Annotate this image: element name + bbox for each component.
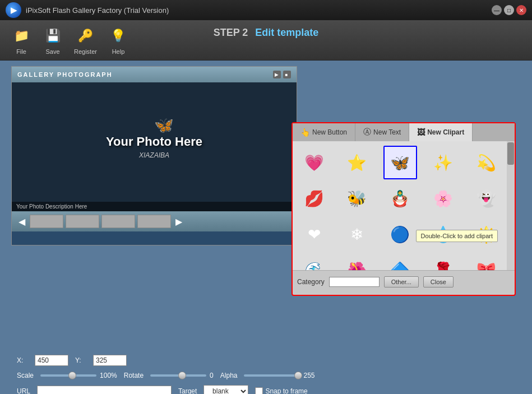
toolbar: 📁 File 💾 Save 🔑 Register 💡 Help STEP 2 E… xyxy=(0,20,532,61)
clipart-item[interactable]: ❤ xyxy=(297,217,331,251)
tab-new-clipart-label: New Clipart xyxy=(427,128,464,136)
preview-controls: ▶ ■ xyxy=(273,71,291,78)
clipart-item[interactable]: 🔵 xyxy=(383,217,417,251)
clipart-item[interactable]: 👻 xyxy=(469,182,503,215)
clipart-item[interactable]: 🌹 xyxy=(426,253,460,270)
title-text: iPixSoft Flash Gallery Factory (Trial Ve… xyxy=(26,6,169,15)
window-controls: — □ ✕ xyxy=(492,5,526,15)
snap-to-frame-label: Snap to frame xyxy=(255,387,307,394)
file-label: File xyxy=(16,48,26,55)
properties-area: X: Y: Scale 100% Rotate 0 Alpha 255 URL xyxy=(0,349,532,394)
tooltip-text: Double-Click to add clipart xyxy=(421,233,493,239)
scroll-thumb[interactable] xyxy=(507,142,514,165)
close-button[interactable]: Close xyxy=(423,276,454,288)
y-label: Y: xyxy=(75,356,86,364)
file-button[interactable]: 📁 File xyxy=(11,26,31,55)
snap-to-frame-checkbox[interactable] xyxy=(255,387,263,394)
clipart-item[interactable]: 🎀 xyxy=(469,253,503,270)
clipart-item[interactable]: 🌺 xyxy=(340,253,374,270)
step-number: STEP 2 xyxy=(214,27,248,38)
clipart-item[interactable]: 💋 xyxy=(297,182,331,215)
file-icon: 📁 xyxy=(11,26,31,46)
save-button[interactable]: 💾 Save xyxy=(43,26,63,55)
tab-new-text-label: New Text xyxy=(373,128,401,136)
alpha-slider-container: 255 xyxy=(244,372,314,379)
play-button[interactable]: ▶ xyxy=(273,71,281,78)
preview-photo-text: Your Photo Here xyxy=(106,135,202,149)
x-input[interactable] xyxy=(35,355,68,366)
close-button[interactable]: ✕ xyxy=(516,5,526,15)
other-button[interactable]: Other... xyxy=(384,276,419,288)
clipart-item[interactable]: ✨ xyxy=(426,146,460,179)
minimize-button[interactable]: — xyxy=(492,5,502,15)
clipart-panel: 👆 New Button Ⓐ New Text 🖼 New Clipart 💗⭐… xyxy=(292,122,516,296)
thumb-2 xyxy=(66,215,99,228)
preview-area: GALLERY PHOTOGRAPH ▶ ■ 🦋 Your Photo Here… xyxy=(11,66,297,245)
save-icon: 💾 xyxy=(43,26,63,46)
register-icon: 🔑 xyxy=(75,26,95,46)
tab-new-text[interactable]: Ⓐ New Text xyxy=(355,123,409,141)
help-icon: 💡 xyxy=(108,26,128,46)
title-bar: ▶ iPixSoft Flash Gallery Factory (Trial … xyxy=(0,0,532,20)
y-input[interactable] xyxy=(93,355,127,366)
clipart-item[interactable]: 🐝 xyxy=(340,182,374,215)
clipart-tabs: 👆 New Button Ⓐ New Text 🖼 New Clipart xyxy=(293,123,515,141)
step-title: Edit template xyxy=(255,27,318,38)
tab-new-button[interactable]: 👆 New Button xyxy=(293,123,355,141)
clipart-item[interactable]: 🌸 xyxy=(426,182,460,215)
target-select[interactable]: _blank _self _parent xyxy=(203,385,248,394)
category-label: Category xyxy=(297,278,325,286)
save-label: Save xyxy=(45,48,59,55)
prev-arrow[interactable]: ◀ xyxy=(16,216,27,227)
help-button[interactable]: 💡 Help xyxy=(108,26,128,55)
clipart-scrollbar[interactable] xyxy=(507,141,515,270)
new-button-icon: 👆 xyxy=(300,128,310,137)
tab-new-button-label: New Button xyxy=(312,128,347,136)
rotate-value: 0 xyxy=(210,372,214,379)
step-label: STEP 2 Edit template xyxy=(214,27,319,39)
clipart-grid: 💗⭐🦋✨💫💋🐝🪆🌸👻❤❄🔵💧🌟🌊🌺🔷🌹🎀 xyxy=(293,141,515,270)
scale-label: Scale xyxy=(17,372,34,379)
scale-slider-thumb[interactable] xyxy=(68,372,76,379)
clipart-footer: Category effect ▼ Other... Close xyxy=(293,270,515,293)
new-text-icon: Ⓐ xyxy=(363,127,371,137)
tab-new-clipart[interactable]: 🖼 New Clipart xyxy=(409,123,473,141)
next-arrow[interactable]: ▶ xyxy=(173,216,184,227)
main-content: GALLERY PHOTOGRAPH ▶ ■ 🦋 Your Photo Here… xyxy=(0,61,532,349)
preview-watermark: XIAZAIBA xyxy=(139,151,169,159)
clipart-tooltip: Double-Click to add clipart xyxy=(416,230,498,242)
clipart-item[interactable]: ❄ xyxy=(340,217,374,251)
scale-slider-track xyxy=(40,374,96,377)
rotate-slider-container: 0 xyxy=(150,372,214,379)
position-row: X: Y: xyxy=(17,355,515,366)
preview-canvas: 🦋 Your Photo Here XIAZAIBA Your Photo De… xyxy=(12,82,297,211)
clipart-item[interactable]: 💗 xyxy=(297,146,331,179)
alpha-slider-track xyxy=(244,374,300,377)
clipart-item[interactable]: 🔷 xyxy=(383,253,417,270)
clipart-item[interactable]: 🦋 xyxy=(383,146,417,179)
snap-to-frame-text: Snap to frame xyxy=(265,387,307,394)
rotate-slider-track xyxy=(150,374,206,377)
clipart-item[interactable]: 🌊 xyxy=(297,253,331,270)
url-label: URL xyxy=(17,387,30,394)
url-input[interactable] xyxy=(37,386,172,394)
maximize-button[interactable]: □ xyxy=(504,5,514,15)
register-button[interactable]: 🔑 Register xyxy=(74,26,97,55)
alpha-slider-thumb[interactable] xyxy=(294,372,302,379)
clipart-item[interactable]: 💫 xyxy=(469,146,503,179)
stop-button[interactable]: ■ xyxy=(283,71,291,78)
app-logo: ▶ xyxy=(6,2,21,18)
new-clipart-icon: 🖼 xyxy=(417,128,425,137)
preview-description: Your Photo Description Here xyxy=(12,202,297,211)
clipart-item[interactable]: 🪆 xyxy=(383,182,417,215)
url-row: URL Target _blank _self _parent Snap to … xyxy=(17,385,515,394)
category-select[interactable]: effect ▼ xyxy=(329,277,380,287)
category-value: effect xyxy=(332,279,347,285)
clipart-item[interactable]: ⭐ xyxy=(340,146,374,179)
alpha-value: 255 xyxy=(303,372,314,379)
preview-header: GALLERY PHOTOGRAPH ▶ ■ xyxy=(12,67,297,82)
preview-nav: ◀ ▶ xyxy=(12,211,297,231)
alpha-label: Alpha xyxy=(220,372,238,379)
rotate-slider-thumb[interactable] xyxy=(178,372,186,379)
preview-header-text: GALLERY PHOTOGRAPH xyxy=(17,71,113,78)
